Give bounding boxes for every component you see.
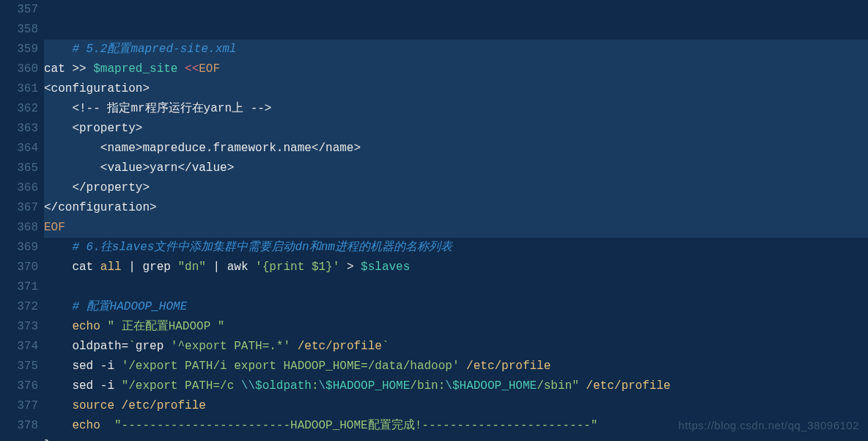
code-token: /bin: — [410, 379, 445, 393]
line-number: 376 — [0, 376, 38, 396]
watermark-text: https://blog.csdn.net/qq_38096102 — [678, 415, 859, 435]
code-token: \\ — [241, 379, 255, 393]
line-number: 358 — [0, 20, 38, 40]
code-token: EOF — [44, 221, 65, 234]
code-token: grep — [136, 340, 171, 353]
code-token: /sbin" — [537, 379, 579, 393]
code-line[interactable] — [44, 277, 868, 297]
code-token: $mapred_site — [93, 62, 177, 76]
code-token: cat — [44, 62, 72, 76]
code-token: " — [107, 320, 114, 333]
code-token: "dn" — [177, 260, 205, 274]
code-editor[interactable]: 3573583593603613623633643653663673683693… — [0, 0, 868, 441]
code-token: -i — [100, 360, 122, 373]
code-area[interactable]: # 5.2配置mapred-site.xmlcat >> $mapred_sit… — [44, 0, 868, 441]
code-line[interactable]: sed -i "/export PATH=/c \\$oldpath:\$HAD… — [44, 376, 868, 396]
code-token: EOF — [199, 62, 220, 76]
code-token: << — [185, 62, 199, 76]
code-line[interactable]: <property> — [44, 119, 868, 139]
code-token: <!-- 指定mr程序运行在yarn上 --> — [44, 102, 271, 115]
code-token: <property> — [44, 122, 142, 135]
code-token: all — [100, 260, 122, 274]
code-token: echo — [72, 320, 100, 333]
code-token: $HADOOP_HOME — [452, 379, 537, 393]
code-token — [44, 399, 72, 412]
code-line[interactable]: source /etc/profile — [44, 396, 868, 416]
code-line[interactable]: <value>yarn</value> — [44, 158, 868, 178]
code-line[interactable]: # 5.2配置mapred-site.xml — [44, 40, 868, 59]
code-token: \ — [318, 379, 326, 393]
code-token — [44, 43, 72, 56]
code-token: awk — [227, 260, 255, 274]
code-token: </configuration> — [44, 201, 157, 214]
line-number: 357 — [0, 0, 38, 20]
line-number: 360 — [0, 59, 38, 79]
code-token: <configuration> — [44, 82, 150, 95]
code-line[interactable]: # 配置HADOOP_HOME — [44, 297, 868, 317]
code-token — [44, 419, 72, 432]
code-token — [100, 320, 108, 333]
code-token: </property> — [44, 181, 150, 194]
code-line[interactable]: <name>mapreduce.framework.name</name> — [44, 139, 868, 158]
code-token — [44, 241, 72, 254]
code-line[interactable]: </property> — [44, 178, 868, 198]
line-number: 366 — [0, 178, 38, 198]
code-line[interactable]: <configuration> — [44, 79, 868, 99]
code-token: <name>mapreduce.framework.name</name> — [44, 142, 361, 155]
code-token: cat — [44, 260, 100, 274]
line-number: 362 — [0, 99, 38, 119]
line-number: 377 — [0, 396, 38, 416]
code-token — [44, 300, 72, 313]
code-token: /etc/profile — [114, 399, 206, 412]
code-token — [177, 62, 185, 76]
line-number: 375 — [0, 357, 38, 376]
line-number: 359 — [0, 40, 38, 59]
line-number: 371 — [0, 277, 38, 297]
code-line[interactable]: sed -i '/export PATH/i export HADOOP_HOM… — [44, 357, 868, 376]
code-token: | — [206, 260, 227, 274]
code-line[interactable]: EOF — [44, 218, 868, 238]
line-number: 369 — [0, 238, 38, 258]
code-token: -i — [100, 379, 122, 393]
code-line[interactable]: oldpath=`grep '^export PATH=.*' /etc/pro… — [44, 337, 868, 357]
line-number: 363 — [0, 119, 38, 139]
code-line[interactable]: } — [44, 436, 868, 441]
code-token: sed — [44, 360, 100, 373]
code-token: ` — [128, 340, 136, 353]
code-token: " — [218, 320, 225, 333]
code-token: > — [339, 260, 361, 274]
line-number: 367 — [0, 198, 38, 218]
code-line[interactable]: </configuration> — [44, 198, 868, 218]
code-token — [100, 419, 114, 432]
code-token: '{print $1}' — [255, 260, 339, 274]
code-token: grep — [142, 260, 177, 274]
code-token: # 6.往slaves文件中添加集群中需要启动dn和nm进程的机器的名称列表 — [72, 241, 452, 254]
line-number: 361 — [0, 79, 38, 99]
code-token: /etc/profile — [579, 379, 671, 393]
code-token: 正在配置HADOOP — [114, 320, 218, 333]
line-number: 373 — [0, 317, 38, 337]
code-token: >> — [72, 62, 86, 76]
code-token: sed — [44, 379, 100, 393]
line-number: 372 — [0, 297, 38, 317]
line-number: 374 — [0, 337, 38, 357]
line-number: 368 — [0, 218, 38, 238]
code-token: $oldpath — [255, 379, 312, 393]
code-line[interactable]: <!-- 指定mr程序运行在yarn上 --> — [44, 99, 868, 119]
code-line[interactable]: cat all | grep "dn" | awk '{print $1}' >… — [44, 258, 868, 277]
code-token: <value>yarn</value> — [44, 161, 234, 175]
line-number: 365 — [0, 158, 38, 178]
code-token: \ — [445, 379, 452, 393]
code-line[interactable]: echo " 正在配置HADOOP " — [44, 317, 868, 337]
code-line[interactable]: cat >> $mapred_site <<EOF — [44, 59, 868, 79]
code-token: # 配置HADOOP_HOME — [72, 300, 187, 313]
code-token: $slaves — [361, 260, 410, 274]
code-token: echo — [72, 419, 100, 432]
code-token: /etc/profile — [460, 360, 551, 373]
code-token: # 5.2配置mapred-site.xml — [72, 43, 236, 56]
code-token: oldpath= — [44, 340, 128, 353]
line-number: 364 — [0, 139, 38, 158]
code-line[interactable]: # 6.往slaves文件中添加集群中需要启动dn和nm进程的机器的名称列表 — [44, 238, 868, 258]
code-token: | — [122, 260, 143, 274]
line-number: 370 — [0, 258, 38, 277]
